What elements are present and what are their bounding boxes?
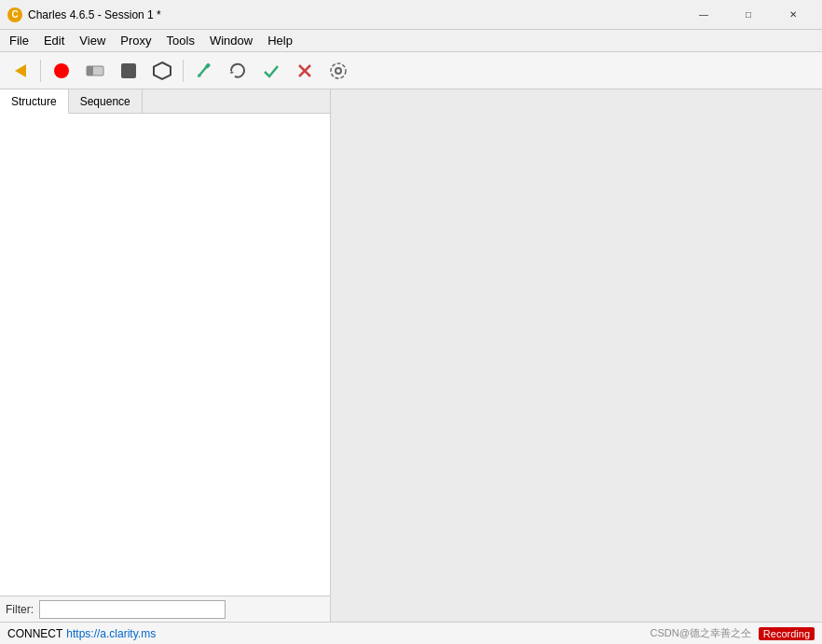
tabs-bar: StructureSequence (0, 89, 330, 114)
svg-marker-5 (154, 62, 171, 79)
menu-item-edit[interactable]: Edit (36, 30, 72, 52)
status-bar: CONNECT https://a.clarity.ms CSDN@德之幸善之仝… (0, 622, 822, 644)
tab-structure[interactable]: Structure (0, 89, 69, 114)
watermark-text: CSDN@德之幸善之仝 (651, 626, 751, 640)
svg-marker-9 (230, 71, 234, 74)
tree-area (0, 114, 330, 596)
tab-sequence[interactable]: Sequence (69, 89, 143, 114)
pen-toolbar-button[interactable] (188, 55, 220, 87)
main-content: StructureSequence Filter: (0, 89, 822, 622)
throttle-toolbar-button[interactable] (79, 55, 111, 87)
checkmark-toolbar-button[interactable] (255, 55, 287, 87)
menu-item-window[interactable]: Window (202, 30, 260, 52)
refresh-toolbar-button[interactable] (222, 55, 253, 87)
title-bar-left: C Charles 4.6.5 - Session 1 * (7, 7, 161, 22)
right-panel (331, 89, 822, 622)
arrow-back-toolbar-button[interactable] (4, 55, 35, 87)
toolbar-separator (40, 60, 41, 82)
close-button[interactable]: ✕ (772, 0, 815, 30)
filter-bar: Filter: (0, 596, 330, 622)
title-bar: C Charles 4.6.5 - Session 1 * — □ ✕ (0, 0, 822, 30)
window-title: Charles 4.6.5 - Session 1 * (28, 8, 161, 21)
settings-toolbar-button[interactable] (322, 55, 354, 87)
svg-point-12 (336, 68, 341, 74)
status-right: CSDN@德之幸善之仝 Recording (651, 626, 815, 640)
menu-item-tools[interactable]: Tools (159, 30, 202, 52)
filter-input[interactable] (39, 600, 226, 619)
svg-marker-0 (15, 64, 26, 77)
status-link[interactable]: https://a.clarity.ms (66, 627, 156, 640)
maximize-button[interactable]: □ (727, 0, 770, 30)
status-connect-text: CONNECT (7, 627, 62, 640)
svg-rect-4 (121, 63, 136, 78)
app-icon: C (7, 7, 22, 22)
svg-point-1 (54, 63, 69, 78)
record-toolbar-button[interactable] (46, 55, 77, 87)
tools-toolbar-button[interactable] (289, 55, 321, 87)
status-left: CONNECT https://a.clarity.ms (7, 627, 156, 640)
menu-item-view[interactable]: View (72, 30, 113, 52)
recording-badge: Recording (759, 627, 815, 640)
menu-bar: FileEditViewProxyToolsWindowHelp (0, 30, 822, 52)
menu-item-proxy[interactable]: Proxy (113, 30, 158, 52)
left-panel: StructureSequence Filter: (0, 89, 331, 622)
stop-toolbar-button[interactable] (113, 55, 144, 87)
toolbar-separator (183, 60, 184, 82)
svg-rect-3 (87, 66, 93, 75)
window-controls: — □ ✕ (682, 0, 815, 30)
filter-label: Filter: (6, 603, 34, 616)
svg-point-13 (331, 63, 346, 78)
toolbar (0, 52, 822, 89)
hexagon-toolbar-button[interactable] (146, 55, 178, 87)
menu-item-file[interactable]: File (2, 30, 36, 52)
minimize-button[interactable]: — (682, 0, 725, 30)
menu-item-help[interactable]: Help (260, 30, 300, 52)
